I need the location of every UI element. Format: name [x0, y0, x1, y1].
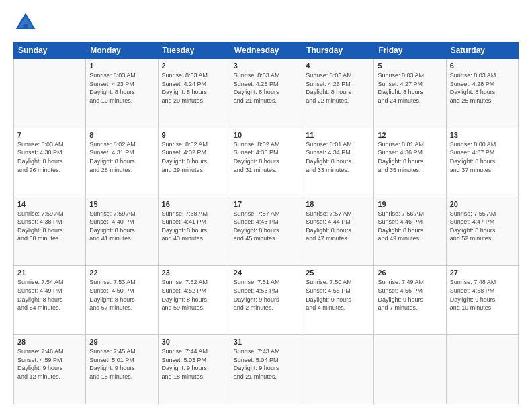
calendar-week-row: 1Sunrise: 8:03 AM Sunset: 4:23 PM Daylig…	[14, 59, 519, 128]
day-number: 15	[89, 200, 154, 208]
day-number: 10	[234, 131, 298, 139]
calendar-cell: 28Sunrise: 7:46 AM Sunset: 4:59 PM Dayli…	[14, 335, 86, 404]
calendar-cell: 13Sunrise: 8:00 AM Sunset: 4:37 PM Dayli…	[446, 128, 518, 197]
weekday-header: Sunday	[14, 42, 86, 59]
calendar-cell: 3Sunrise: 8:03 AM Sunset: 4:25 PM Daylig…	[230, 59, 302, 128]
weekday-header: Wednesday	[230, 42, 302, 59]
calendar-cell: 1Sunrise: 8:03 AM Sunset: 4:23 PM Daylig…	[86, 59, 158, 128]
calendar-week-row: 7Sunrise: 8:03 AM Sunset: 4:30 PM Daylig…	[14, 128, 519, 197]
day-number: 20	[450, 200, 515, 208]
day-info: Sunrise: 7:58 AM Sunset: 4:41 PM Dayligh…	[162, 210, 226, 243]
calendar-week-row: 21Sunrise: 7:54 AM Sunset: 4:49 PM Dayli…	[14, 266, 519, 335]
day-number: 21	[17, 269, 82, 277]
day-info: Sunrise: 7:49 AM Sunset: 4:56 PM Dayligh…	[378, 278, 442, 312]
day-info: Sunrise: 7:46 AM Sunset: 4:59 PM Dayligh…	[17, 347, 82, 381]
calendar-week-row: 28Sunrise: 7:46 AM Sunset: 4:59 PM Dayli…	[14, 335, 519, 404]
calendar-cell: 29Sunrise: 7:45 AM Sunset: 5:01 PM Dayli…	[86, 335, 158, 404]
calendar-cell: 18Sunrise: 7:57 AM Sunset: 4:44 PM Dayli…	[302, 197, 374, 266]
calendar-cell: 14Sunrise: 7:59 AM Sunset: 4:38 PM Dayli…	[14, 197, 86, 266]
calendar-cell	[374, 335, 446, 404]
day-number: 8	[89, 131, 154, 139]
calendar-cell: 22Sunrise: 7:53 AM Sunset: 4:50 PM Dayli…	[86, 266, 158, 335]
day-info: Sunrise: 8:03 AM Sunset: 4:24 PM Dayligh…	[162, 71, 226, 105]
day-info: Sunrise: 8:03 AM Sunset: 4:23 PM Dayligh…	[89, 71, 154, 105]
calendar-cell: 17Sunrise: 7:57 AM Sunset: 4:43 PM Dayli…	[230, 197, 302, 266]
weekday-header: Thursday	[302, 42, 374, 59]
day-number: 25	[306, 269, 370, 277]
calendar-cell: 20Sunrise: 7:55 AM Sunset: 4:47 PM Dayli…	[446, 197, 518, 266]
day-number: 18	[306, 200, 370, 208]
calendar-cell: 7Sunrise: 8:03 AM Sunset: 4:30 PM Daylig…	[14, 128, 86, 197]
day-number: 19	[378, 200, 442, 208]
calendar-table: SundayMondayTuesdayWednesdayThursdayFrid…	[13, 42, 519, 404]
day-info: Sunrise: 7:55 AM Sunset: 4:47 PM Dayligh…	[450, 210, 515, 243]
calendar-cell	[302, 335, 374, 404]
calendar-cell: 21Sunrise: 7:54 AM Sunset: 4:49 PM Dayli…	[14, 266, 86, 335]
calendar-cell: 30Sunrise: 7:44 AM Sunset: 5:03 PM Dayli…	[158, 335, 230, 404]
day-info: Sunrise: 7:50 AM Sunset: 4:55 PM Dayligh…	[306, 278, 370, 312]
day-number: 17	[234, 200, 298, 208]
day-info: Sunrise: 8:02 AM Sunset: 4:31 PM Dayligh…	[89, 140, 154, 174]
day-number: 6	[450, 62, 515, 70]
calendar-cell: 12Sunrise: 8:01 AM Sunset: 4:36 PM Dayli…	[374, 128, 446, 197]
calendar-week-row: 14Sunrise: 7:59 AM Sunset: 4:38 PM Dayli…	[14, 197, 519, 266]
svg-rect-2	[23, 24, 28, 29]
day-number: 13	[450, 131, 515, 139]
day-number: 16	[162, 200, 226, 208]
day-info: Sunrise: 7:54 AM Sunset: 4:49 PM Dayligh…	[17, 278, 82, 312]
day-number: 30	[162, 338, 226, 346]
day-info: Sunrise: 7:57 AM Sunset: 4:44 PM Dayligh…	[306, 210, 370, 243]
day-info: Sunrise: 8:02 AM Sunset: 4:33 PM Dayligh…	[234, 140, 298, 174]
day-info: Sunrise: 7:51 AM Sunset: 4:53 PM Dayligh…	[234, 278, 298, 312]
calendar-cell: 9Sunrise: 8:02 AM Sunset: 4:32 PM Daylig…	[158, 128, 230, 197]
day-number: 9	[162, 131, 226, 139]
day-number: 22	[89, 269, 154, 277]
day-info: Sunrise: 8:03 AM Sunset: 4:27 PM Dayligh…	[378, 71, 442, 105]
logo	[13, 11, 42, 35]
calendar-header: SundayMondayTuesdayWednesdayThursdayFrid…	[14, 42, 519, 59]
calendar-cell	[446, 335, 518, 404]
calendar-cell: 2Sunrise: 8:03 AM Sunset: 4:24 PM Daylig…	[158, 59, 230, 128]
day-number: 3	[234, 62, 298, 70]
day-number: 29	[89, 338, 154, 346]
day-info: Sunrise: 8:00 AM Sunset: 4:37 PM Dayligh…	[450, 140, 515, 174]
calendar-cell: 19Sunrise: 7:56 AM Sunset: 4:46 PM Dayli…	[374, 197, 446, 266]
weekday-header: Friday	[374, 42, 446, 59]
calendar-cell: 5Sunrise: 8:03 AM Sunset: 4:27 PM Daylig…	[374, 59, 446, 128]
calendar-cell: 8Sunrise: 8:02 AM Sunset: 4:31 PM Daylig…	[86, 128, 158, 197]
day-number: 31	[234, 338, 298, 346]
day-info: Sunrise: 7:57 AM Sunset: 4:43 PM Dayligh…	[234, 210, 298, 243]
day-info: Sunrise: 8:02 AM Sunset: 4:32 PM Dayligh…	[162, 140, 226, 174]
header	[13, 11, 519, 35]
calendar-cell: 23Sunrise: 7:52 AM Sunset: 4:52 PM Dayli…	[158, 266, 230, 335]
day-info: Sunrise: 7:53 AM Sunset: 4:50 PM Dayligh…	[89, 278, 154, 312]
weekday-header: Tuesday	[158, 42, 230, 59]
day-info: Sunrise: 8:01 AM Sunset: 4:36 PM Dayligh…	[378, 140, 442, 174]
calendar-cell: 27Sunrise: 7:48 AM Sunset: 4:58 PM Dayli…	[446, 266, 518, 335]
calendar-cell: 26Sunrise: 7:49 AM Sunset: 4:56 PM Dayli…	[374, 266, 446, 335]
day-number: 24	[234, 269, 298, 277]
weekday-header: Monday	[86, 42, 158, 59]
calendar-body: 1Sunrise: 8:03 AM Sunset: 4:23 PM Daylig…	[14, 59, 519, 404]
calendar-cell	[14, 59, 86, 128]
day-info: Sunrise: 7:48 AM Sunset: 4:58 PM Dayligh…	[450, 278, 515, 312]
calendar-cell: 11Sunrise: 8:01 AM Sunset: 4:34 PM Dayli…	[302, 128, 374, 197]
calendar-cell: 31Sunrise: 7:43 AM Sunset: 5:04 PM Dayli…	[230, 335, 302, 404]
day-number: 12	[378, 131, 442, 139]
calendar-cell: 10Sunrise: 8:02 AM Sunset: 4:33 PM Dayli…	[230, 128, 302, 197]
day-number: 7	[17, 131, 82, 139]
day-number: 26	[378, 269, 442, 277]
day-info: Sunrise: 8:03 AM Sunset: 4:26 PM Dayligh…	[306, 71, 370, 105]
day-info: Sunrise: 7:44 AM Sunset: 5:03 PM Dayligh…	[162, 347, 226, 381]
calendar-cell: 16Sunrise: 7:58 AM Sunset: 4:41 PM Dayli…	[158, 197, 230, 266]
day-number: 23	[162, 269, 226, 277]
day-number: 1	[89, 62, 154, 70]
day-info: Sunrise: 7:59 AM Sunset: 4:40 PM Dayligh…	[89, 210, 154, 243]
weekday-row: SundayMondayTuesdayWednesdayThursdayFrid…	[14, 42, 519, 59]
calendar-cell: 24Sunrise: 7:51 AM Sunset: 4:53 PM Dayli…	[230, 266, 302, 335]
day-number: 11	[306, 131, 370, 139]
day-info: Sunrise: 8:03 AM Sunset: 4:28 PM Dayligh…	[450, 71, 515, 105]
day-number: 2	[162, 62, 226, 70]
weekday-header: Saturday	[446, 42, 518, 59]
day-number: 14	[17, 200, 82, 208]
